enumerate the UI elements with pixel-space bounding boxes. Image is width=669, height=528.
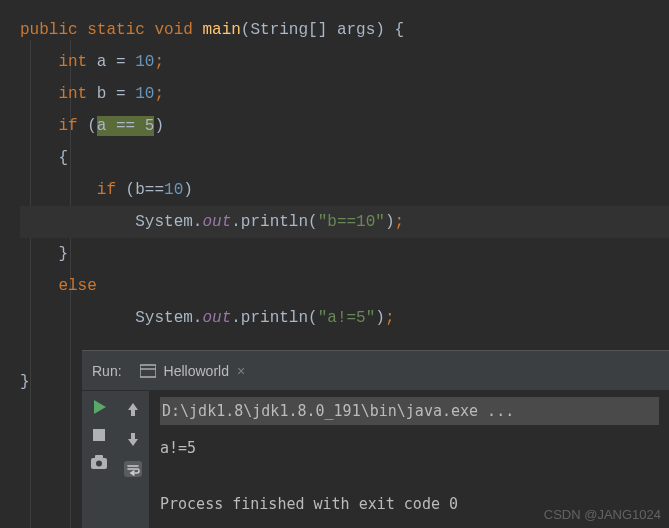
console-line — [160, 462, 659, 490]
run-header: Run: Helloworld × — [82, 351, 669, 391]
soft-wrap-icon[interactable] — [124, 461, 142, 477]
down-arrow-icon[interactable] — [127, 431, 139, 447]
console-command: D:\jdk1.8\jdk1.8.0_191\bin\java.exe ... — [160, 397, 659, 425]
camera-icon[interactable] — [90, 455, 108, 470]
console-line: a!=5 — [160, 434, 659, 462]
watermark: CSDN @JANG1024 — [544, 507, 661, 522]
svg-rect-0 — [140, 365, 156, 377]
code-line: if (b==10) — [20, 174, 669, 206]
application-icon — [140, 364, 156, 378]
code-line: System.out.println("a!=5"); — [20, 302, 669, 334]
run-toolbar-left — [82, 391, 116, 528]
code-line: } — [20, 238, 669, 270]
svg-rect-5 — [95, 455, 103, 459]
run-toolbar-right — [116, 391, 150, 528]
run-panel: Run: Helloworld × D:\jdk1.8\jdk1.8.0_191… — [82, 350, 669, 528]
up-arrow-icon[interactable] — [127, 401, 139, 417]
stop-icon[interactable] — [93, 429, 105, 441]
run-label: Run: — [92, 363, 122, 379]
code-editor[interactable]: public static void main(String[] args) {… — [0, 0, 669, 398]
code-line: else — [20, 270, 669, 302]
svg-rect-3 — [93, 429, 105, 441]
svg-point-6 — [96, 461, 102, 467]
selected-text: a == 5 — [97, 116, 155, 136]
close-icon[interactable]: × — [237, 363, 245, 379]
play-icon[interactable] — [92, 399, 106, 415]
code-line: if (a == 5) — [20, 110, 669, 142]
code-line: public static void main(String[] args) { — [20, 14, 669, 46]
svg-marker-2 — [94, 400, 106, 414]
code-line: { — [20, 142, 669, 174]
run-tab[interactable]: Helloworld × — [134, 359, 252, 383]
code-line-highlighted: System.out.println("b==10"); — [20, 206, 669, 238]
run-tab-label: Helloworld — [164, 363, 229, 379]
code-line: int b = 10; — [20, 78, 669, 110]
code-line: int a = 10; — [20, 46, 669, 78]
